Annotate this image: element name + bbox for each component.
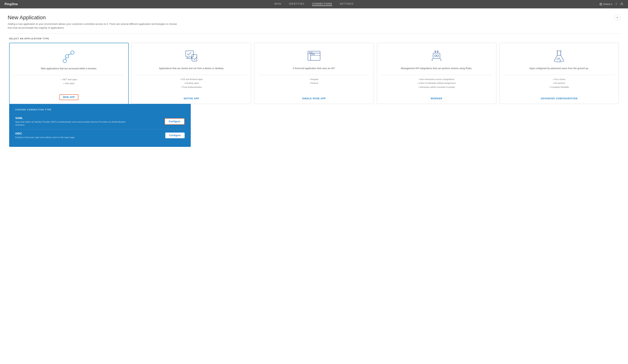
page-title: New Application <box>8 14 180 21</box>
native-app-features: • iOS and Android apps • Desktop apps • … <box>180 77 203 95</box>
svg-line-29 <box>432 59 433 60</box>
environment-selector[interactable]: Default ▾ <box>599 3 612 6</box>
app-card-advanced-configuration[interactable]: Apps configured by advanced users from t… <box>499 43 619 104</box>
nav-links: MAIN IDENTITIES CONNECTIONS SETTINGS <box>274 2 354 6</box>
nav-settings[interactable]: SETTINGS <box>340 2 354 6</box>
top-navigation: PingOne MAIN IDENTITIES CONNECTIONS SETT… <box>0 0 628 8</box>
nav-connections[interactable]: CONNECTIONS <box>312 2 332 6</box>
advanced-configuration-features: • Your choice • No barriers • Complete f… <box>549 77 569 95</box>
web-app-divider <box>13 75 124 75</box>
oidc-connection-row: OIDC Employs Universal Login and redirec… <box>15 129 185 141</box>
page-subtitle: Adding a new application to your environ… <box>8 22 180 30</box>
page-header: New Application Adding a new application… <box>8 14 620 30</box>
connection-type-panel: CHOOSE CONNECTION TYPE SAML Apps that ut… <box>9 104 191 147</box>
app-card-single-page-app[interactable]: A front-end application that uses an API… <box>254 43 374 104</box>
web-app-button[interactable]: WEB APP <box>60 94 78 100</box>
app-type-section: SELECT AN APPLICATION TYPE Web applicati… <box>8 37 620 147</box>
oidc-configure-button[interactable]: Configure <box>165 132 185 138</box>
saml-connection-info: SAML Apps that utilize an Identity Provi… <box>15 117 126 126</box>
oidc-connection-info: OIDC Employs Universal Login and redirec… <box>15 132 75 139</box>
nav-main[interactable]: MAIN <box>274 2 281 6</box>
svg-point-24 <box>437 55 439 57</box>
svg-point-27 <box>435 51 436 52</box>
svg-point-5 <box>65 55 69 58</box>
svg-point-23 <box>434 55 436 57</box>
app-type-section-label: SELECT AN APPLICATION TYPE <box>9 37 619 40</box>
globe-icon <box>599 3 602 6</box>
worker-description: Management API integrations that can per… <box>401 67 472 70</box>
logo: PingOne <box>4 2 18 6</box>
svg-point-36 <box>560 60 561 61</box>
svg-rect-18 <box>311 53 320 60</box>
nav-identities[interactable]: IDENTITIES <box>289 2 305 6</box>
web-app-features: • .NET web apps • Java apps <box>61 77 77 94</box>
advanced-configuration-icon <box>552 48 566 63</box>
chevron-down-icon: ▾ <box>611 3 612 5</box>
web-app-description: Web applications that are accessed withi… <box>41 67 97 70</box>
svg-line-8 <box>66 58 66 60</box>
saml-title: SAML <box>15 117 126 120</box>
svg-point-6 <box>63 59 67 63</box>
svg-line-30 <box>440 59 441 60</box>
saml-description: Apps that utilize an Identity Provider (… <box>15 120 126 126</box>
single-page-app-features: • Angular • Node.js <box>310 77 318 95</box>
svg-point-4 <box>71 51 74 54</box>
app-card-worker[interactable]: Management API integrations that can per… <box>377 43 496 104</box>
oidc-description: Employs Universal Login and redirect use… <box>15 136 75 139</box>
connection-type-label: CHOOSE CONNECTION TYPE <box>15 109 185 111</box>
single-page-app-description: A front-end application that uses an API… <box>293 67 335 70</box>
worker-features: • Non-interactive service integrations •… <box>418 77 456 95</box>
user-icon[interactable] <box>620 2 624 6</box>
single-page-app-button[interactable]: SINGLE PAGE APP <box>302 95 326 100</box>
single-page-app-icon <box>306 48 322 63</box>
advanced-configuration-button[interactable]: ADVANCED CONFIGURATION <box>541 95 578 100</box>
app-type-grid: Web applications that are accessed withi… <box>9 43 619 104</box>
app-card-native-app[interactable]: Applications that are stored and run fro… <box>132 43 251 104</box>
header-text: New Application Adding a new application… <box>8 14 180 30</box>
native-app-button[interactable]: NATIVE APP <box>184 95 199 100</box>
environment-label: Default <box>603 3 610 5</box>
svg-point-16 <box>309 52 310 53</box>
svg-point-37 <box>559 58 560 59</box>
worker-icon <box>429 48 444 63</box>
native-app-description: Applications that are stored and run fro… <box>159 67 224 70</box>
saml-configure-button[interactable]: Configure <box>164 118 185 125</box>
connection-panel-wrapper: CHOOSE CONNECTION TYPE SAML Apps that ut… <box>9 104 191 147</box>
svg-point-28 <box>437 51 438 52</box>
header-divider <box>8 33 620 34</box>
advanced-configuration-description: Apps configured by advanced users from t… <box>529 67 589 70</box>
close-button[interactable]: × <box>614 14 620 21</box>
oidc-title: OIDC <box>15 132 75 135</box>
help-icon[interactable]: ? <box>615 3 617 6</box>
native-app-icon <box>184 48 199 63</box>
worker-button[interactable]: WORKER <box>431 95 442 100</box>
saml-connection-row: SAML Apps that utilize an Identity Provi… <box>15 114 185 129</box>
svg-point-35 <box>557 59 558 60</box>
web-app-icon <box>61 49 77 64</box>
svg-line-7 <box>68 54 71 55</box>
app-card-web-app[interactable]: Web applications that are accessed withi… <box>9 43 129 104</box>
nav-right: Default ▾ ? <box>599 2 624 6</box>
main-content: New Application Adding a new application… <box>0 8 628 364</box>
